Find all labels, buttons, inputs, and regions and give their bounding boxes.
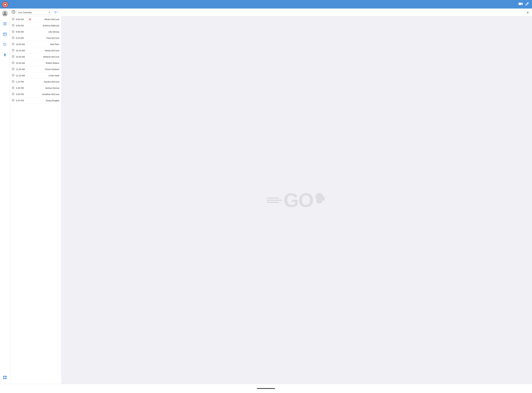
svg-marker-4 [522,3,523,5]
row-time: 10:15 AM [16,49,28,52]
svg-rect-23 [3,378,5,379]
svg-line-57 [13,69,14,69]
row-time: 9:15 AM [16,37,28,39]
row-patient-name: Monty McCune [29,49,59,52]
schedule-row[interactable]: 10:30 AMMelanie McCune [10,54,61,60]
provider-name: Lee Coventry [18,11,32,14]
row-clock-icon [12,62,15,64]
row-patient-name: Anthony Babcock [29,24,59,27]
svg-rect-3 [519,3,521,5]
calendar-icon[interactable] [2,31,8,37]
row-clock-icon [12,99,15,102]
svg-rect-21 [3,376,5,377]
schedule-row[interactable]: 11:00 AMChuck Easttom [10,66,61,73]
svg-rect-17 [5,34,6,34]
go-line-3 [267,202,279,203]
home-indicator [257,388,275,389]
row-patient-name: Abram McCune [32,18,59,20]
svg-rect-15 [4,35,4,35]
row-clock-icon [12,74,15,77]
schedule-row[interactable]: 10:45 AMRobert Butkus [10,60,61,66]
svg-rect-24 [5,378,7,379]
sidebar-toggle[interactable]: ‹ [8,21,11,24]
row-clock-icon [12,55,15,58]
row-time: 8:00 AM [16,18,28,20]
schedule-row[interactable]: 3:00 PMJonathan McCune [10,91,61,98]
row-patient-name: Lilly Hersey [29,31,59,33]
content-area: + GO [62,9,532,384]
svg-line-72 [13,100,14,101]
svg-rect-16 [5,35,5,35]
content-main: GO [62,16,532,384]
video-icon[interactable] [519,2,523,6]
svg-rect-14 [5,34,5,34]
schedule-row[interactable]: 10:00 AMNeil Fluhr [10,41,61,48]
row-patient-name: Joshua Hersey [29,87,59,89]
pin-icon[interactable] [2,52,8,58]
svg-line-48 [13,50,14,51]
svg-line-69 [13,94,14,94]
go-logo-watermark: GO [267,190,327,210]
schedule-row[interactable]: 1:15 PMSandra McCune [10,79,61,85]
schedule-row[interactable]: 9:00 AMLilly Hersey [10,29,61,35]
svg-point-2 [4,4,6,5]
schedule-row[interactable]: 4:15 PMDoug Douglas [10,98,61,104]
svg-rect-13 [4,34,4,34]
schedule-row[interactable]: 8:00 AMAbram McCune [10,16,61,23]
schedule-row[interactable]: 9:15 AMPaul McCune [10,35,61,41]
svg-line-45 [13,44,14,44]
row-time: 3:00 PM [16,93,28,95]
row-time: 9:00 AM [16,24,28,27]
schedule-panel: Lee Coventry ▼ ▼ 8:00 AMAbram McCune [10,9,62,384]
row-clock-icon [12,80,15,83]
top-bar [0,0,532,9]
grid-icon[interactable] [2,374,8,380]
filter-button[interactable]: ▼ [53,10,60,14]
go-text: GO [283,190,313,210]
svg-point-5 [4,12,6,14]
svg-line-33 [13,19,14,19]
schedule-row[interactable]: 2:45 PMJoshua Hersey [10,85,61,91]
row-patient-name: Doug Douglas [29,99,59,102]
content-toolbar: + [62,9,532,16]
app-logo[interactable] [2,1,8,8]
row-patient-name: Chuck Easttom [29,68,59,70]
sidebar [0,9,10,384]
svg-rect-8 [3,25,7,25]
edit-icon[interactable] [525,2,529,7]
go-line-2 [267,200,282,201]
schedule-row[interactable]: 9:00 AMAnthony Babcock [10,23,61,29]
menu-icon[interactable] [2,21,8,27]
row-time: 10:45 AM [16,62,28,64]
row-patient-name: Paul McCune [29,37,59,39]
svg-line-60 [13,75,14,76]
provider-dropdown[interactable]: Lee Coventry ▼ [16,10,52,15]
schedule-row[interactable]: 10:15 AMMonty McCune [10,48,61,54]
row-clock-icon [12,18,15,21]
svg-line-51 [13,57,14,57]
add-button[interactable]: + [527,10,529,15]
row-patient-name: Sandra McCune [29,81,59,83]
user-avatar[interactable] [2,10,8,16]
row-time: 9:00 AM [16,31,28,33]
svg-line-39 [13,32,14,32]
svg-rect-22 [5,376,7,377]
panel-clock-icon [12,10,15,15]
schedule-row[interactable]: 11:15 AMLinda Haak [10,73,61,79]
row-patient-name: Neil Fluhr [29,43,59,45]
bottom-bar [0,384,532,393]
row-time: 1:15 PM [16,81,28,83]
row-clock-icon [12,37,15,39]
svg-line-19 [5,44,5,45]
history-icon[interactable] [2,41,8,48]
row-time: 11:15 AM [16,74,28,77]
row-status-indicator [29,18,31,20]
row-patient-name: Linda Haak [29,74,59,77]
dropdown-chevron: ▼ [49,11,50,13]
row-time: 4:15 PM [16,99,28,102]
schedule-list: 8:00 AMAbram McCune 9:00 AMAnthony Babco… [10,16,61,384]
row-patient-name: Jonathan McCune [29,93,59,95]
svg-rect-6 [3,22,7,23]
row-time: 2:45 PM [16,87,28,89]
svg-line-66 [13,88,14,88]
